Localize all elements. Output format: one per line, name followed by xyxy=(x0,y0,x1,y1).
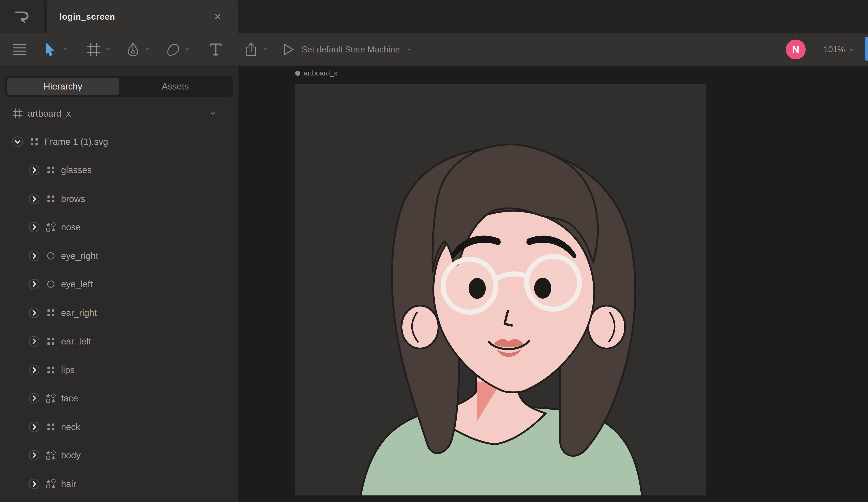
artboard-label[interactable]: artboard_x xyxy=(295,68,337,79)
shapes-tool-chevron-icon[interactable] xyxy=(185,46,190,53)
illustration-ear-left xyxy=(402,306,438,348)
group-icon xyxy=(46,194,56,204)
artboard-tool[interactable] xyxy=(87,42,101,56)
close-icon[interactable] xyxy=(212,11,223,22)
hierarchy-panel: Hierarchy Assets artboard_xFrame 1 (1).s… xyxy=(0,66,238,502)
layer-label: hair xyxy=(61,479,76,489)
expander-right-icon[interactable] xyxy=(29,250,40,262)
shapes-icon xyxy=(46,393,56,404)
character-illustration xyxy=(295,84,706,495)
expander-right-icon[interactable] xyxy=(29,221,40,233)
ellipse-icon xyxy=(46,279,56,289)
expander-right-icon[interactable] xyxy=(29,336,40,347)
tree-row-brows[interactable]: brows xyxy=(0,185,238,213)
menu-button[interactable] xyxy=(13,43,27,56)
pen-nib-icon xyxy=(126,42,140,57)
select-tool-chevron-icon[interactable] xyxy=(63,46,68,53)
artboard-name: artboard_x xyxy=(304,69,337,77)
text-tool[interactable] xyxy=(209,43,223,56)
tree-row-face[interactable]: face xyxy=(0,384,238,412)
tree-row-frame-1-1-svg[interactable]: Frame 1 (1).svg xyxy=(0,128,238,156)
illustration-eye-right xyxy=(534,278,551,299)
panel-tab-switcher: Hierarchy Assets xyxy=(5,76,233,97)
chevron-down-icon[interactable] xyxy=(209,109,217,117)
tab-hierarchy[interactable]: Hierarchy xyxy=(7,78,119,95)
export-share-icon xyxy=(245,42,258,57)
expander-right-icon[interactable] xyxy=(29,393,40,404)
layer-label: artboard_x xyxy=(28,108,71,119)
tree-row-ear_left[interactable]: ear_left xyxy=(0,327,238,355)
group-icon xyxy=(46,336,56,346)
top-tab-bar: login_screen xyxy=(0,0,868,33)
document-tab[interactable]: login_screen xyxy=(47,0,238,33)
canvas-stage[interactable]: artboard_x xyxy=(238,66,868,502)
zoom-level: 101% xyxy=(824,45,845,54)
artboard-bullet-icon xyxy=(295,71,300,76)
export-button[interactable] xyxy=(245,42,258,57)
layer-label: neck xyxy=(61,422,80,432)
hamburger-icon xyxy=(13,43,27,56)
expander-right-icon[interactable] xyxy=(29,164,40,176)
tree-row-hair[interactable]: hair xyxy=(0,470,238,498)
illustration-eye-left xyxy=(468,278,486,299)
expander-right-icon[interactable] xyxy=(29,450,40,461)
zoom-chevron-icon xyxy=(849,46,855,52)
illustration-ear-right xyxy=(588,306,625,348)
avatar[interactable]: N xyxy=(786,40,806,60)
tree-row-artboard_x[interactable]: artboard_x xyxy=(0,100,238,127)
play-icon[interactable] xyxy=(283,43,295,56)
shapes-icon xyxy=(46,450,56,460)
state-machine-selector[interactable]: Set default State Machine xyxy=(283,43,412,56)
expander-right-icon[interactable] xyxy=(29,279,40,290)
tree-row-eye_left[interactable]: eye_left xyxy=(0,270,238,298)
group-icon xyxy=(46,165,56,175)
layer-label: body xyxy=(61,450,81,460)
layer-label: eye_left xyxy=(61,279,93,289)
tree-row-neck[interactable]: neck xyxy=(0,413,238,441)
layer-label: lips xyxy=(61,365,75,375)
artboard-tool-chevron-icon[interactable] xyxy=(105,46,111,53)
expander-down-icon[interactable] xyxy=(12,136,23,147)
tree-row-nose[interactable]: nose xyxy=(0,213,238,241)
layer-label: ear_left xyxy=(61,336,91,346)
select-tool[interactable] xyxy=(45,42,58,56)
shapes-icon xyxy=(46,479,56,489)
state-machine-chevron-icon xyxy=(407,47,412,52)
app-logo-button[interactable] xyxy=(0,0,44,33)
shapes-tool[interactable] xyxy=(166,42,180,56)
pen-tool[interactable] xyxy=(126,42,140,57)
tree-row-glasses[interactable]: glasses xyxy=(0,156,238,184)
teardrop-shape-icon xyxy=(166,42,180,56)
artboard-frame-icon xyxy=(87,42,101,56)
expander-right-icon[interactable] xyxy=(29,478,40,490)
tree-row-lips[interactable]: lips xyxy=(0,356,238,384)
ellipse-icon xyxy=(46,251,56,261)
layer-label: brows xyxy=(61,194,85,204)
tree-row-eye_right[interactable]: eye_right xyxy=(0,242,238,270)
expander-right-icon[interactable] xyxy=(29,307,40,318)
zoom-control[interactable]: 101% xyxy=(824,45,855,54)
layer-label: ear_right xyxy=(61,308,97,318)
expander-right-icon[interactable] xyxy=(29,364,40,376)
layer-label: Frame 1 (1).svg xyxy=(44,137,108,147)
group-icon xyxy=(46,422,56,432)
artboard-icon xyxy=(12,108,23,119)
layer-label: face xyxy=(61,393,78,404)
text-tool-icon xyxy=(209,43,223,56)
expander-right-icon[interactable] xyxy=(29,421,40,432)
export-chevron-icon[interactable] xyxy=(263,46,268,53)
document-tab-title: login_screen xyxy=(60,12,115,22)
group-icon xyxy=(46,307,56,318)
tree-row-body[interactable]: body xyxy=(0,441,238,469)
expander-right-icon[interactable] xyxy=(29,193,40,205)
share-button-edge[interactable] xyxy=(865,37,868,61)
rive-logo-icon xyxy=(14,10,30,24)
tab-assets[interactable]: Assets xyxy=(119,78,231,95)
layer-label: glasses xyxy=(61,165,92,175)
layer-label: eye_right xyxy=(61,251,98,261)
artboard[interactable] xyxy=(295,84,706,495)
tree-row-ear_right[interactable]: ear_right xyxy=(0,299,238,327)
pen-tool-chevron-icon[interactable] xyxy=(145,46,150,53)
layer-label: nose xyxy=(61,222,81,232)
shapes-icon xyxy=(46,222,56,232)
